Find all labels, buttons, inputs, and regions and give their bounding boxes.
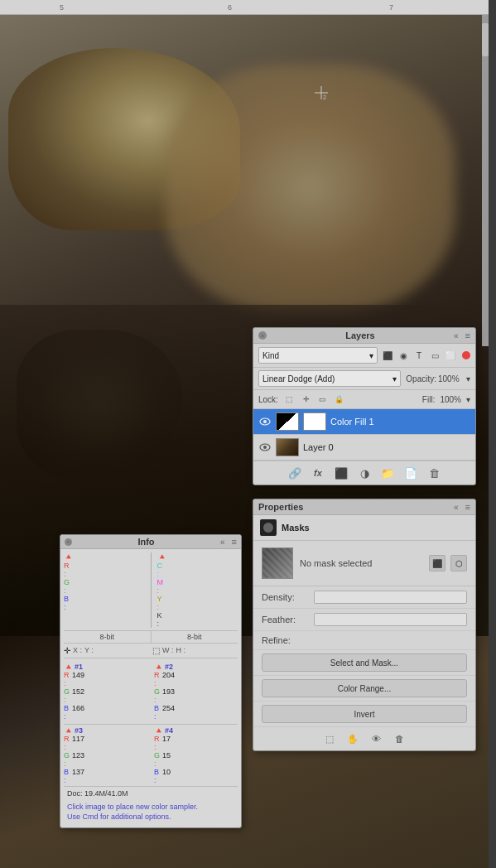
sampler-1-header: 🔺 #1	[64, 663, 147, 671]
blend-mode-select[interactable]: Linear Dodge (Add) ▾	[258, 370, 401, 387]
y-label: Y :	[84, 646, 94, 655]
layers-close-button[interactable]: ×	[258, 331, 267, 340]
new-group-icon[interactable]: 📁	[380, 465, 395, 480]
s4-g-label: G :	[154, 751, 161, 768]
masks-label: Masks	[282, 523, 310, 533]
k-label: K :	[157, 611, 164, 628]
add-pixel-mask-icon[interactable]: ⬛	[429, 555, 445, 571]
delete-mask-icon[interactable]: 🗑	[392, 731, 407, 746]
info-xy-col: ✛ X : Y :	[64, 646, 149, 655]
density-slider[interactable]	[314, 591, 467, 604]
color-range-button[interactable]: Color Range...	[262, 679, 467, 697]
info-menu-button[interactable]: ≡	[232, 537, 237, 547]
c-label: C :	[157, 562, 164, 578]
invert-button[interactable]: Invert	[262, 705, 467, 723]
layers-collapse-button[interactable]: «	[454, 331, 459, 340]
doc-size-row: Doc: 19.4M/41.0M	[64, 786, 238, 800]
s2-b-value: 254	[162, 704, 175, 721]
properties-menu-button[interactable]: ≡	[465, 502, 470, 512]
layers-titlebar: × Layers « ≡	[253, 328, 475, 344]
apply-mask-icon[interactable]: ✋	[345, 731, 360, 746]
fill-value[interactable]: 100%	[438, 395, 463, 404]
layers-menu-button[interactable]: ≡	[465, 330, 470, 340]
lock-fill-row: Lock: ⬚ ✛ ▭ 🔒 Fill: 100% ▾	[253, 390, 475, 409]
s4-b-label: B :	[154, 768, 161, 784]
scrollbar-thumb[interactable]	[482, 23, 489, 56]
info-rgb-col: 🔺 R : G : B :	[64, 552, 145, 628]
info-close-button[interactable]: ×	[65, 538, 72, 546]
y-label: Y :	[157, 595, 164, 611]
delete-layer-icon[interactable]: 🗑	[426, 465, 441, 480]
refine-row: Refine:	[253, 631, 475, 650]
fx-icon[interactable]: fx	[311, 465, 325, 480]
kind-select[interactable]: Kind ▾	[258, 347, 378, 364]
vertical-scrollbar[interactable]	[482, 15, 489, 346]
sampler-2-rgb: R : 204	[154, 671, 238, 687]
info-y-row: Y :	[157, 595, 238, 611]
select-mask-row: Select and Mask...	[253, 650, 475, 676]
smart-filter-icon[interactable]: ⬜	[444, 349, 457, 362]
h-label: H :	[176, 646, 186, 655]
layer-row-layer-0[interactable]: Layer 0	[253, 435, 475, 461]
info-collapse-button[interactable]: «	[220, 538, 225, 547]
shape-filter-icon[interactable]: ▭	[428, 349, 441, 362]
crosshair-cursor: 2	[313, 84, 330, 104]
selection-icon[interactable]: ⬚	[322, 731, 337, 746]
blend-mode-row: Linear Dodge (Add) ▾ Opacity: 100% ▾	[253, 368, 475, 390]
sampler-4-r: R : 17	[154, 735, 238, 751]
density-slider-fill	[315, 591, 466, 603]
layer-row-color-fill-1[interactable]: Color Fill 1	[253, 409, 475, 435]
info-b-row: B :	[64, 595, 145, 611]
select-mask-button[interactable]: Select and Mask...	[262, 653, 467, 672]
info-note-line2: Use Cmd for additional options.	[67, 813, 234, 822]
right-bit-depth: 8-bit	[152, 631, 238, 643]
mask-icon-inner	[263, 523, 273, 533]
sampler-3-num: #3	[75, 726, 83, 735]
lock-all-icon[interactable]: 🔒	[333, 393, 346, 406]
ruler-mark-6: 6	[228, 3, 232, 12]
layer-color-swatch	[303, 412, 326, 431]
ruler-mark-5: 5	[60, 3, 64, 12]
info-cmyk-col: 🔺 C : M : Y : K :	[157, 552, 238, 628]
lock-pixel-icon[interactable]: ⬚	[283, 393, 296, 406]
s1-r-label: R :	[64, 671, 70, 687]
sampler-3-header: 🔺 #3	[64, 726, 147, 735]
sampler-1-num: #1	[75, 663, 83, 671]
visibility-mask-icon[interactable]: 👁	[368, 731, 383, 746]
info-wh-display: ⬚ W : H :	[152, 646, 238, 655]
masks-icon	[260, 519, 277, 536]
b-label: B :	[64, 595, 70, 611]
info-position-row: ✛ X : Y : ⬚ W : H :	[64, 646, 238, 655]
s2-r-value: 204	[162, 671, 175, 687]
lock-move-icon[interactable]: ✛	[300, 393, 313, 406]
type-filter-icon[interactable]: T	[412, 349, 426, 362]
fill-label: Fill:	[422, 395, 436, 404]
layers-panel: × Layers « ≡ Kind ▾ ⬛ ◉ T ▭ ⬜ Linear Dod…	[253, 327, 476, 485]
add-vector-mask-icon[interactable]: ⬡	[450, 555, 467, 571]
opacity-label: Opacity:	[406, 374, 436, 383]
svg-text:2: 2	[323, 94, 326, 100]
sampler-4-header: 🔺 #4	[154, 726, 238, 735]
s4-b-value: 10	[162, 768, 171, 784]
adjustment-filter-icon[interactable]: ◉	[397, 349, 410, 362]
properties-collapse-button[interactable]: «	[454, 503, 459, 512]
info-close-icon: ×	[67, 539, 70, 544]
doc-size-label: Doc: 19.4M/41.0M	[67, 789, 128, 798]
ruler-top: 5 6 7	[0, 0, 489, 15]
feather-slider[interactable]	[314, 613, 467, 626]
rgb-eyedropper-icon: 🔺	[64, 552, 73, 561]
layer-visibility-color-fill[interactable]	[258, 415, 272, 428]
pixel-filter-icon[interactable]: ⬛	[381, 349, 394, 362]
lock-label: Lock:	[258, 395, 278, 404]
sampler-section: 🔺 #1 R : 149 G : 152 B : 166	[64, 658, 238, 786]
info-note: Click image to place new color sampler. …	[64, 800, 238, 824]
add-mask-icon[interactable]: ⬛	[334, 465, 349, 480]
lock-artboard-icon[interactable]: ▭	[316, 393, 330, 406]
link-layers-icon[interactable]: 🔗	[287, 465, 302, 480]
opacity-value[interactable]: 100%	[436, 374, 466, 383]
adjustment-layer-icon[interactable]: ◑	[357, 465, 372, 480]
bit-depth-row: 8-bit 8-bit	[64, 630, 238, 644]
layer-visibility-layer0[interactable]	[258, 441, 272, 454]
new-layer-icon[interactable]: 📄	[403, 465, 418, 480]
s1-r-value: 149	[72, 671, 84, 687]
